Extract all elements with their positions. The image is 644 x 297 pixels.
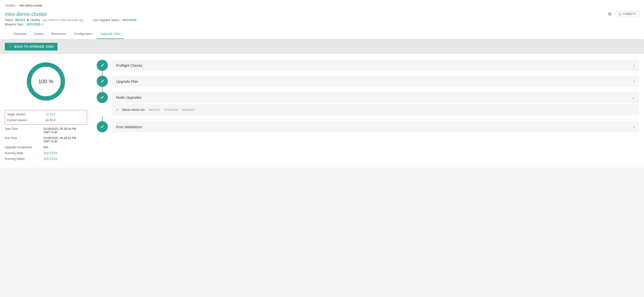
- running-state-value: SUCCESS: [44, 151, 87, 155]
- cluster-title: mks-demo-cluster: [5, 11, 136, 18]
- sub-item-flatcar: ✓ flatcar-demo-vm MASTER STORAGE WORKER: [116, 106, 635, 113]
- step-post-validations-row: ✓ Post Validations ›: [97, 121, 639, 132]
- info-row-running-state: Running State SUCCESS: [5, 150, 87, 156]
- step-upgrade-plan-label: Upgrade Plan: [116, 79, 138, 83]
- step-node-upgrades-row: ✓ Node Upgrades ⌄: [97, 92, 639, 103]
- left-panel: 100 % Target Version v1.32.0 Current Ver…: [5, 60, 87, 162]
- step-node-upgrades-icon: ✓: [97, 92, 108, 103]
- running-status-label: Running Status: [5, 157, 44, 161]
- settings-button[interactable]: ⚙: [608, 11, 612, 17]
- running-status-value: SUCCESS: [44, 157, 87, 161]
- blueprint-label: Blueprint Sync :: [5, 23, 25, 26]
- step-upgrade-plan-label-box[interactable]: Upgrade Plan ›: [112, 76, 639, 87]
- end-time-label: End Time: [5, 136, 44, 143]
- info-table: Target Version v1.32.0 Current Version v…: [5, 110, 87, 162]
- info-row-upgrade-component: Upgrade Component N/A: [5, 144, 87, 150]
- health-dot: [27, 19, 29, 21]
- right-panel: ✓ Preflight Checks ›: [97, 60, 639, 162]
- running-state-label: Running State: [5, 151, 44, 155]
- step-list: ✓ Preflight Checks ›: [97, 60, 639, 132]
- step-upgrade-plan-row: ✓ Upgrade Plan ›: [97, 76, 639, 87]
- step-post-validations-label: Post Validations: [116, 125, 142, 129]
- step-post-validations-icon: ✓: [97, 121, 108, 132]
- kubectl-button[interactable]: ⬜ KUBECTL: [616, 11, 639, 17]
- breadcrumb-separator: ›: [17, 4, 18, 7]
- preflight-chevron-icon: ›: [634, 63, 635, 68]
- step-post-validations-label-box[interactable]: Post Validations ›: [112, 121, 639, 132]
- sub-tag-worker: WORKER: [182, 108, 195, 111]
- step-preflight-icon: ✓: [97, 60, 108, 71]
- node-upgrades-chevron-icon: ⌄: [632, 95, 635, 100]
- current-version-label: Current Version: [7, 119, 46, 122]
- current-version-value: v1.31.4: [46, 119, 85, 122]
- donut-percentage: 100 %: [38, 78, 54, 84]
- breadcrumb: Clusters › mks-demo-cluster: [5, 3, 639, 9]
- tab-upgrade-jobs[interactable]: Upgrade Jobs: [96, 29, 124, 39]
- end-time-value: 01/29/2025, 05:43:10 PM GMT+5:30: [44, 136, 87, 143]
- check-icon-3: ✓: [100, 95, 104, 100]
- info-row-end-time: End Time 01/29/2025, 05:43:10 PM GMT+5:3…: [5, 135, 87, 144]
- last-check: Last check-in a few seconds ago: [42, 18, 84, 22]
- step-node-upgrades-label: Node Upgrades: [116, 95, 142, 99]
- step-preflight-label: Preflight Checks: [116, 63, 142, 68]
- check-icon-2: ✓: [100, 78, 104, 84]
- upgrade-status-label: Last Upgrade Status :: [93, 18, 121, 22]
- back-arrow-icon: ←: [9, 45, 12, 49]
- progress-donut: 100 %: [5, 60, 87, 103]
- upgrade-detail-content: 100 % Target Version v1.32.0 Current Ver…: [0, 54, 644, 168]
- target-version-value[interactable]: v1.32.0: [46, 113, 85, 116]
- sub-node-name: flatcar-demo-vm: [122, 108, 145, 112]
- health-label: Healthy: [30, 18, 40, 22]
- info-row-target-version: Target Version v1.32.0: [7, 112, 85, 117]
- sub-tag-storage: STORAGE: [164, 108, 178, 111]
- target-version-label: Target Version: [7, 113, 46, 116]
- start-time-value: 01/29/2025, 05:36:34 PM GMT+5:30: [44, 127, 87, 134]
- upgrade-plan-chevron-icon: ›: [634, 79, 635, 83]
- step-node-upgrades: ✓ Node Upgrades ⌄ ✓ flatcar-demo-vm MAST…: [97, 92, 639, 115]
- start-time-label: Start Time: [5, 127, 44, 134]
- tab-overview[interactable]: Overview: [10, 29, 30, 39]
- info-row-running-status: Running Status SUCCESS: [5, 156, 87, 162]
- node-upgrades-sub: ✓ flatcar-demo-vm MASTER STORAGE WORKER: [112, 104, 639, 115]
- breadcrumb-current: mks-demo-cluster: [19, 4, 42, 7]
- step-preflight: ✓ Preflight Checks ›: [97, 60, 639, 71]
- info-row-start-time: Start Time 01/29/2025, 05:36:34 PM GMT+5…: [5, 126, 87, 135]
- info-row-current-version: Current Version v1.31.4: [7, 117, 85, 123]
- kubectl-label: KUBECTL: [623, 12, 636, 16]
- step-node-upgrades-label-box[interactable]: Node Upgrades ⌄: [112, 92, 639, 103]
- upgrade-component-value: N/A: [44, 146, 87, 149]
- status-label: Status:: [5, 18, 14, 22]
- sub-tag-master: MASTER: [149, 108, 160, 111]
- back-bar: ← BACK TO UPGRADE JOBS: [0, 40, 644, 54]
- step-upgrade-plan: ✓ Upgrade Plan ›: [97, 76, 639, 87]
- sub-check-icon: ✓: [116, 107, 119, 112]
- breadcrumb-clusters[interactable]: Clusters: [5, 4, 16, 7]
- step-post-validations: ✓ Post Validations ›: [97, 121, 639, 132]
- terminal-icon: ⬜: [618, 12, 622, 16]
- back-to-upgrade-jobs-button[interactable]: ← BACK TO UPGRADE JOBS: [5, 43, 58, 51]
- upgrade-status-value: SUCCESS: [122, 18, 136, 22]
- back-button-label: BACK TO UPGRADE JOBS: [14, 45, 54, 48]
- external-link-icon[interactable]: ⧉: [42, 23, 44, 26]
- tab-configuration[interactable]: Configuration: [70, 29, 96, 39]
- tab-nodes[interactable]: Nodes: [30, 29, 48, 39]
- tab-bar: Overview Nodes Resources Configuration U…: [5, 29, 639, 39]
- post-validations-chevron-icon: ›: [634, 125, 635, 129]
- status-value: READY: [15, 18, 26, 22]
- check-icon-4: ✓: [100, 124, 104, 130]
- upgrade-component-label: Upgrade Component: [5, 146, 44, 149]
- step-preflight-row: ✓ Preflight Checks ›: [97, 60, 639, 71]
- tab-resources[interactable]: Resources: [48, 29, 70, 39]
- blueprint-value: SUCCESS: [26, 23, 40, 26]
- check-icon: ✓: [100, 62, 104, 68]
- step-preflight-label-box[interactable]: Preflight Checks ›: [112, 60, 639, 71]
- step-upgrade-plan-icon: ✓: [97, 76, 108, 87]
